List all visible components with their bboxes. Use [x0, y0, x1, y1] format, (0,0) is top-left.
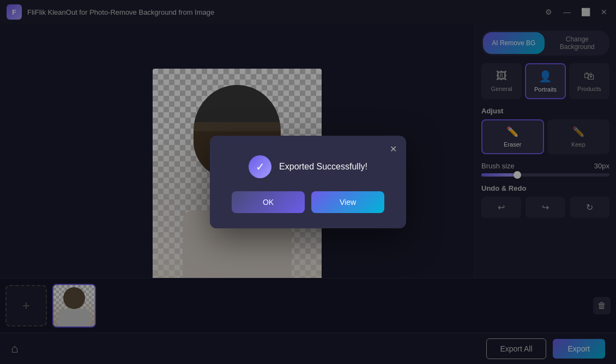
- dialog-close-button[interactable]: ✕: [386, 142, 400, 155]
- dialog-actions: OK View: [232, 191, 384, 213]
- dialog-success-content: ✓ Exported Successfully!: [249, 155, 367, 178]
- success-message: Exported Successfully!: [279, 162, 367, 172]
- dialog-view-button[interactable]: View: [311, 191, 384, 213]
- dialog-ok-button[interactable]: OK: [232, 191, 305, 213]
- success-icon: ✓: [249, 155, 271, 178]
- dialog-overlay: ✕ ✓ Exported Successfully! OK View: [0, 0, 616, 364]
- success-dialog: ✕ ✓ Exported Successfully! OK View: [210, 136, 406, 228]
